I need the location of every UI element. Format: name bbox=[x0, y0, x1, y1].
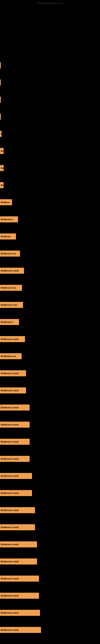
bar-label: Bottleneck result bbox=[1, 629, 19, 631]
bar-item: Bottleneck result bbox=[0, 370, 26, 376]
bar-label: Bottleneck result bbox=[1, 389, 19, 392]
bar-item: Bottleneck res bbox=[0, 353, 22, 359]
bar-label: Bottleneck result bbox=[1, 424, 19, 426]
bar-label: Bo bbox=[1, 150, 3, 152]
bar-item: Bottlene bbox=[0, 199, 12, 205]
bar-label: Bottleneck result bbox=[1, 560, 19, 563]
bar-item: Bottleneck result bbox=[0, 576, 39, 582]
bar-item: Bo bbox=[0, 148, 3, 154]
bar-label: Bottlenec bbox=[1, 235, 11, 238]
bar-item: Bottleneck res bbox=[0, 285, 22, 291]
bar-label: Bottleneck result bbox=[1, 475, 19, 477]
bar-label: Bottleneck res bbox=[1, 286, 16, 289]
bar-label: Bottleneck res bbox=[1, 355, 16, 358]
bar-item: Bottlenec bbox=[0, 234, 16, 240]
bar-item bbox=[0, 80, 1, 86]
bar-item: Bottleneck r bbox=[0, 319, 19, 325]
bar-label: Bottleneck result bbox=[1, 509, 19, 512]
bar-label: Bottleneck r bbox=[1, 321, 14, 323]
bar-item: Bottleneck resu bbox=[0, 302, 23, 308]
bar-label: Bottleneck r bbox=[1, 218, 14, 220]
bar-label: B bbox=[1, 132, 1, 135]
bar-label: Bottlene bbox=[1, 201, 10, 204]
bar-item: Bottleneck result bbox=[0, 473, 32, 479]
bar-label: Bottleneck result bbox=[1, 492, 19, 494]
bar-label: Bottleneck resu bbox=[1, 304, 17, 306]
bar-label: Bottleneck result bbox=[1, 578, 19, 580]
bar-item: Bottleneck result bbox=[0, 439, 30, 445]
bar-item: Bottleneck result bbox=[0, 422, 30, 428]
bar-item: Bottleneck r bbox=[0, 216, 18, 222]
bar-label: Bottleneck result bbox=[1, 526, 19, 528]
bar-item: Bottleneck res bbox=[0, 250, 20, 256]
bar-item: Bottleneck result bbox=[0, 490, 32, 496]
bar-label: Bottleneck result bbox=[1, 338, 19, 340]
bar-label: Bottleneck result bbox=[1, 594, 19, 597]
bar-item: Bottleneck result bbox=[0, 558, 37, 564]
bar-item: B bbox=[0, 131, 1, 137]
bar-item: Bottleneck result bbox=[0, 593, 39, 599]
bar-item bbox=[0, 96, 1, 103]
bar-label: Bo bbox=[1, 167, 3, 169]
bar-item: Bottleneck result bbox=[0, 524, 35, 530]
bar-item: Bottleneck result bbox=[0, 388, 26, 394]
bar-label: Bottleneck result bbox=[1, 372, 19, 374]
bar-item: Bottleneck result bbox=[0, 541, 37, 548]
bar-label: Bottleneck result bbox=[1, 440, 19, 443]
bar-label: Bottleneck result bbox=[1, 612, 19, 614]
bar-item: Bottleneck result bbox=[0, 610, 40, 616]
bar-label: Bottleneck result bbox=[1, 458, 19, 460]
bar-item bbox=[0, 62, 1, 68]
bar-item: Bo bbox=[0, 165, 3, 171]
bar-item: Bo bbox=[0, 182, 3, 188]
bar-label: Bottleneck result bbox=[1, 543, 19, 546]
bar-item: Bottleneck result bbox=[0, 268, 24, 274]
bar-item: Bottleneck result bbox=[0, 456, 30, 462]
bar-label: Bo bbox=[1, 184, 3, 186]
bar-item: Bottleneck result bbox=[0, 404, 30, 410]
bar-item: Bottleneck result bbox=[0, 336, 25, 342]
bar-item: Bottleneck result bbox=[0, 507, 35, 513]
bar-label: Bottleneck res bbox=[1, 252, 16, 255]
bar-item: Bottleneck result bbox=[0, 627, 41, 633]
bar-label: Bottleneck result bbox=[1, 406, 19, 409]
site-title: TheBottlenecker.com bbox=[37, 2, 63, 5]
bar-label: Bottleneck result bbox=[1, 270, 19, 272]
bar-item bbox=[0, 114, 1, 120]
